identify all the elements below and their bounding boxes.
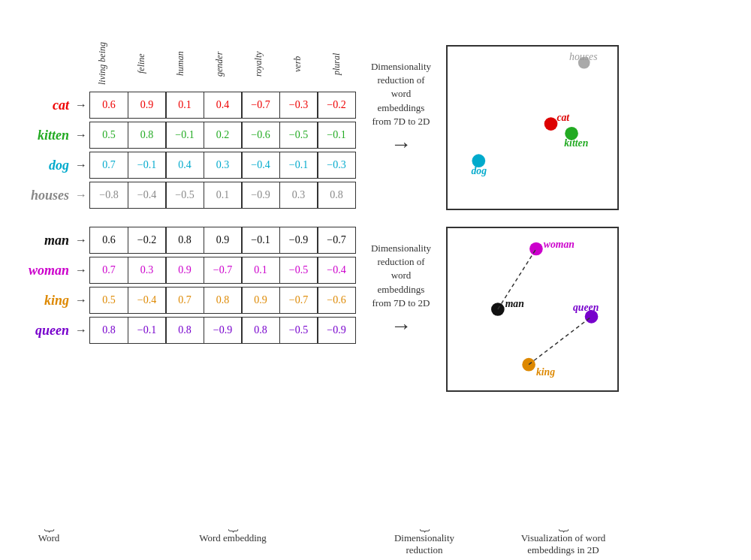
cell-man-3: 0.9 [204, 227, 243, 254]
row-man: man → 0.6 −0.2 0.8 0.9 −0.1 −0.9 −0.7 [8, 227, 356, 254]
top-section: living being feline human gender royalty… [8, 15, 743, 212]
arrow-cat: → [75, 98, 87, 112]
dot-cat [544, 117, 558, 131]
cell-kitten-1: 0.8 [128, 122, 167, 149]
bottom-table-area: man → 0.6 −0.2 0.8 0.9 −0.1 −0.9 −0.7 wo… [8, 227, 356, 347]
col-header-gender: gender [200, 38, 239, 90]
col-header-verb: verb [278, 38, 317, 90]
cell-cat-3: 0.4 [204, 92, 243, 119]
row-cat: cat → 0.6 0.9 0.1 0.4 −0.7 −0.3 −0.2 [8, 92, 356, 119]
main-container: living being feline human gender royalty… [0, 0, 751, 560]
row-queen: queen → 0.8 −0.1 0.8 −0.9 0.8 −0.5 −0.9 [8, 317, 356, 344]
cell-queen-0: 0.8 [89, 317, 128, 344]
col-header-royalty: royalty [239, 38, 278, 90]
cells-queen: 0.8 −0.1 0.8 −0.9 0.8 −0.5 −0.9 [89, 317, 356, 344]
cell-woman-4: 0.1 [241, 257, 280, 284]
label-viz: Visualization of wordembeddings in 2D [521, 532, 606, 556]
cell-queen-1: −0.1 [128, 317, 167, 344]
cell-kitten-2: −0.1 [165, 122, 204, 149]
cells-woman: 0.7 0.3 0.9 −0.7 0.1 −0.5 −0.4 [89, 257, 356, 284]
cell-king-5: −0.7 [279, 287, 318, 314]
arrow-king: → [75, 294, 87, 307]
label-houses-viz: houses [569, 51, 597, 62]
cell-king-6: −0.6 [317, 287, 356, 314]
cell-houses-6: 0.8 [317, 182, 356, 209]
arrow-man: → [75, 233, 87, 247]
cell-woman-3: −0.7 [204, 257, 243, 284]
cell-woman-0: 0.7 [89, 257, 128, 284]
label-cat-viz: cat [556, 112, 570, 123]
cell-houses-2: −0.5 [165, 182, 204, 209]
cell-houses-3: 0.1 [204, 182, 243, 209]
cells-dog: 0.7 −0.1 0.4 0.3 −0.4 −0.1 −0.3 [89, 152, 356, 179]
col-header-human: human [161, 38, 200, 90]
word-king: king [8, 293, 75, 309]
top-dim-arrow: → [391, 132, 412, 156]
arrow-kitten: → [75, 128, 87, 142]
cells-kitten: 0.5 0.8 −0.1 0.2 −0.6 −0.5 −0.1 [89, 122, 356, 149]
cell-kitten-3: 0.2 [204, 122, 243, 149]
cell-dog-5: −0.1 [279, 152, 318, 179]
cell-king-1: −0.4 [128, 287, 167, 314]
cell-queen-5: −0.5 [279, 317, 318, 344]
cell-dog-2: 0.4 [165, 152, 204, 179]
word-dog: dog [8, 158, 75, 173]
column-headers: living being feline human gender royalty… [83, 38, 356, 90]
cell-houses-0: −0.8 [89, 182, 128, 209]
col-header-living-being: living being [83, 38, 122, 90]
cell-houses-5: 0.3 [279, 182, 318, 209]
cell-cat-1: 0.9 [128, 92, 167, 119]
row-king: king → 0.5 −0.4 0.7 0.8 0.9 −0.7 −0.6 [8, 287, 356, 314]
cell-queen-6: −0.9 [317, 317, 356, 344]
cell-man-2: 0.8 [165, 227, 204, 254]
bottom-dim-text: Dimensionalityreduction ofwordembeddings… [371, 242, 431, 310]
top-viz-box: houses cat kitten dog [446, 45, 619, 210]
cell-dog-1: −0.1 [128, 152, 167, 179]
row-woman: woman → 0.7 0.3 0.9 −0.7 0.1 −0.5 −0.4 [8, 257, 356, 284]
cell-dog-4: −0.4 [241, 152, 280, 179]
cell-cat-5: −0.3 [279, 92, 318, 119]
label-woman-viz: woman [544, 239, 575, 250]
footer: ⏟ Word ⏟ Word embedding ⏟ Dimensionality… [0, 517, 751, 556]
cell-kitten-4: −0.6 [241, 122, 280, 149]
word-woman: woman [8, 263, 75, 278]
arrow-dog: → [75, 158, 87, 172]
bottom-viz-svg: woman man king queen [448, 228, 617, 390]
cell-king-2: 0.7 [165, 287, 204, 314]
label-dim: Dimensionalityreduction [394, 532, 454, 556]
bottom-dim-reduction: Dimensionalityreduction ofwordembeddings… [356, 242, 446, 338]
cell-dog-0: 0.7 [89, 152, 128, 179]
cell-queen-4: 0.8 [241, 317, 280, 344]
brace-viz: ⏟ [559, 517, 569, 531]
cell-dog-6: −0.3 [317, 152, 356, 179]
label-kitten-viz: kitten [564, 137, 588, 149]
cell-man-1: −0.2 [128, 227, 167, 254]
bottom-dim-arrow: → [391, 314, 412, 338]
cell-cat-6: −0.2 [317, 92, 356, 119]
word-houses: houses [8, 188, 75, 203]
cell-kitten-6: −0.1 [317, 122, 356, 149]
label-dog-viz: dog [472, 165, 487, 176]
cell-king-3: 0.8 [204, 287, 243, 314]
label-man-viz: man [505, 298, 524, 309]
arrow-woman: → [75, 263, 87, 277]
row-dog: dog → 0.7 −0.1 0.4 0.3 −0.4 −0.1 −0.3 [8, 152, 356, 179]
cell-queen-3: −0.9 [204, 317, 243, 344]
col-header-feline: feline [122, 38, 161, 90]
top-dim-text: Dimensionalityreduction ofwordembeddings… [371, 60, 431, 128]
cells-houses: −0.8 −0.4 −0.5 0.1 −0.9 0.3 0.8 [89, 182, 356, 209]
bottom-viz-box: woman man king queen [446, 227, 619, 392]
dot-king [522, 358, 535, 372]
label-embedding: Word embedding [199, 532, 267, 544]
arrow-queen: → [75, 324, 87, 337]
top-viz-svg: houses cat kitten dog [448, 47, 617, 209]
arrow-houses: → [75, 188, 87, 202]
word-queen: queen [8, 323, 75, 339]
cell-man-0: 0.6 [89, 227, 128, 254]
label-king-viz: king [536, 366, 555, 378]
bottom-section: man → 0.6 −0.2 0.8 0.9 −0.1 −0.9 −0.7 wo… [8, 227, 743, 392]
cell-dog-3: 0.3 [204, 152, 243, 179]
brace-embedding: ⏟ [90, 517, 376, 531]
cell-cat-4: −0.7 [241, 92, 280, 119]
cell-queen-2: 0.8 [165, 317, 204, 344]
